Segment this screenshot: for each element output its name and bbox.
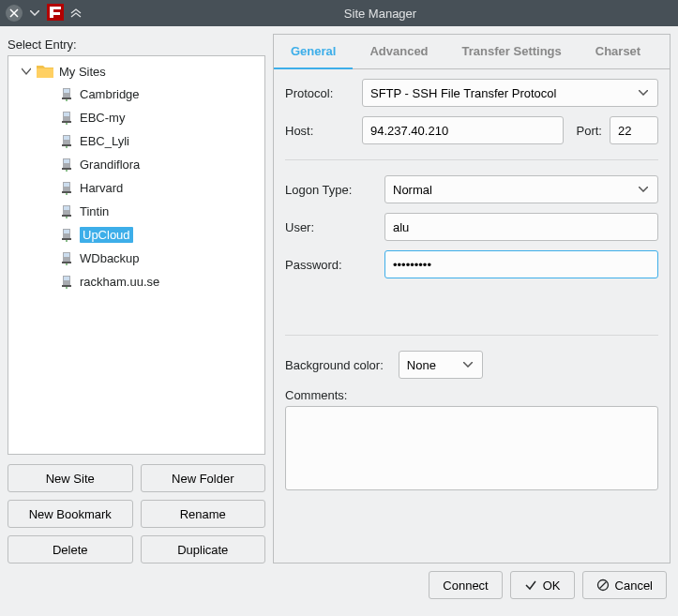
password-input[interactable] — [384, 250, 658, 278]
svg-rect-1 — [37, 68, 53, 78]
tree-site-item[interactable]: Harvard — [8, 176, 264, 200]
logon-type-select[interactable]: Normal — [384, 175, 658, 203]
svg-point-13 — [66, 146, 68, 148]
svg-rect-27 — [64, 230, 69, 233]
divider — [285, 335, 658, 336]
server-icon — [61, 229, 72, 242]
port-label: Port: — [577, 124, 602, 138]
check-icon — [524, 578, 537, 592]
svg-rect-3 — [64, 89, 69, 93]
tree-folder-row[interactable]: My Sites — [8, 60, 264, 83]
tab-bar: GeneralAdvancedTransfer SettingsCharset — [274, 35, 670, 69]
svg-rect-11 — [64, 136, 69, 140]
server-icon — [61, 182, 72, 195]
svg-rect-8 — [62, 121, 71, 123]
tab-advanced[interactable]: Advanced — [353, 35, 444, 68]
svg-rect-19 — [64, 183, 69, 187]
tree-site-item[interactable]: Grandiflora — [8, 153, 264, 176]
tree-site-item[interactable]: Tintin — [8, 200, 264, 223]
cancel-icon — [596, 578, 610, 592]
tree-site-item[interactable]: EBC_Lyli — [8, 129, 264, 153]
host-label: Host: — [285, 124, 354, 138]
new-bookmark-button[interactable]: New Bookmark — [8, 500, 133, 528]
tree-site-item[interactable]: UpCloud — [8, 223, 264, 247]
titlebar: Site Manager — [0, 0, 678, 26]
close-window-button[interactable] — [6, 5, 23, 22]
comments-textarea[interactable] — [285, 406, 658, 490]
expand-window-button[interactable] — [68, 5, 84, 22]
delete-button[interactable]: Delete — [8, 535, 133, 563]
cancel-button[interactable]: Cancel — [582, 571, 667, 599]
svg-rect-31 — [64, 253, 69, 257]
svg-rect-23 — [64, 206, 69, 210]
server-icon — [61, 88, 72, 101]
svg-rect-35 — [64, 277, 69, 280]
server-icon — [61, 135, 72, 148]
user-input[interactable] — [384, 213, 658, 241]
protocol-select[interactable]: SFTP - SSH File Transfer Protocol — [362, 79, 658, 107]
tree-site-item[interactable]: Cambridge — [8, 83, 264, 106]
tree-site-item[interactable]: WDbackup — [8, 247, 264, 270]
svg-rect-15 — [64, 159, 69, 163]
site-tree[interactable]: My Sites CambridgeEBC-myEBC_LyliGrandifl… — [8, 55, 265, 455]
svg-rect-32 — [62, 262, 71, 263]
svg-point-17 — [66, 170, 68, 172]
svg-rect-7 — [64, 113, 69, 116]
svg-rect-16 — [62, 168, 71, 170]
user-label: User: — [285, 220, 377, 234]
host-input[interactable] — [362, 116, 564, 144]
server-icon — [61, 112, 72, 125]
svg-point-37 — [66, 287, 68, 289]
connect-button[interactable]: Connect — [429, 571, 502, 599]
ok-button[interactable]: OK — [510, 571, 575, 599]
svg-point-9 — [66, 123, 68, 125]
svg-point-5 — [66, 99, 68, 101]
port-input[interactable] — [610, 116, 658, 144]
server-icon — [61, 158, 72, 172]
svg-rect-24 — [62, 215, 71, 217]
svg-point-33 — [66, 263, 68, 265]
collapse-icon — [22, 67, 31, 76]
folder-name: My Sites — [59, 65, 106, 79]
svg-rect-20 — [62, 191, 71, 193]
svg-rect-12 — [62, 144, 71, 146]
tab-charset[interactable]: Charset — [579, 35, 657, 68]
tab-transfer-settings[interactable]: Transfer Settings — [445, 35, 579, 68]
password-label: Password: — [285, 258, 377, 272]
server-icon — [61, 205, 72, 218]
tree-site-item[interactable]: rackham.uu.se — [8, 270, 264, 293]
svg-rect-36 — [62, 285, 71, 287]
window-title: Site Manager — [88, 7, 672, 21]
tab-general[interactable]: General — [274, 35, 353, 69]
comments-label: Comments: — [285, 388, 658, 402]
dropdown-window-button[interactable] — [26, 5, 43, 22]
background-color-select[interactable]: None — [399, 351, 483, 379]
protocol-label: Protocol: — [285, 86, 354, 100]
svg-point-25 — [66, 217, 68, 218]
tree-site-item[interactable]: EBC-my — [8, 106, 264, 129]
svg-point-21 — [66, 193, 68, 195]
server-icon — [61, 252, 72, 265]
new-site-button[interactable]: New Site — [8, 464, 133, 492]
svg-rect-28 — [62, 238, 71, 240]
rename-button[interactable]: Rename — [141, 500, 266, 528]
svg-line-39 — [599, 582, 606, 589]
background-color-label: Background color: — [285, 358, 384, 372]
svg-rect-4 — [62, 98, 71, 99]
svg-point-29 — [66, 240, 68, 242]
new-folder-button[interactable]: New Folder — [141, 464, 266, 492]
folder-icon — [37, 64, 53, 79]
divider — [285, 159, 658, 160]
select-entry-label: Select Entry: — [8, 38, 265, 52]
app-icon — [47, 4, 64, 23]
duplicate-button[interactable]: Duplicate — [141, 535, 266, 563]
server-icon — [61, 276, 72, 289]
logon-type-label: Logon Type: — [285, 183, 377, 197]
